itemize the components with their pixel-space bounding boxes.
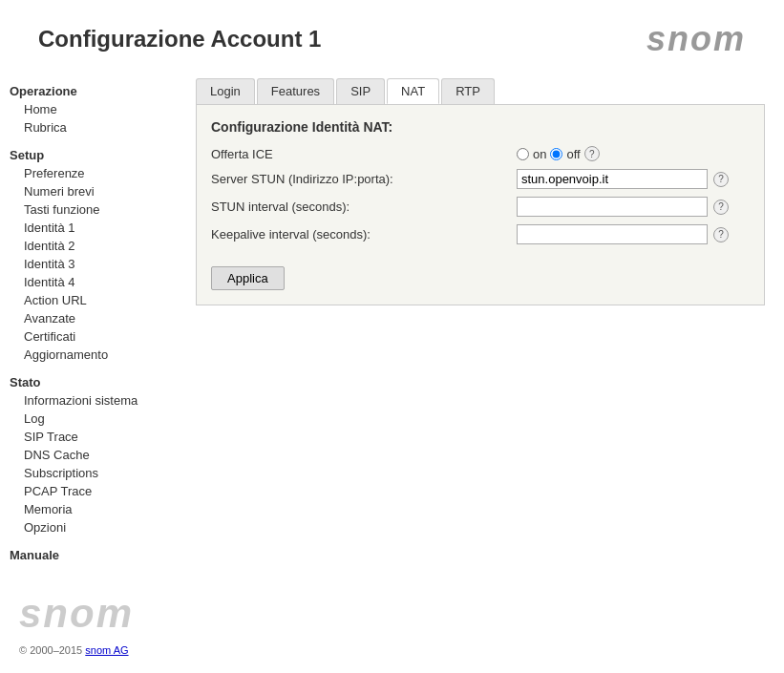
sidebar-item-identita-4[interactable]: Identità 4 <box>10 273 167 291</box>
offerta-ice-label: Offerta ICE <box>211 147 517 161</box>
copyright-text: © 2000–2015 <box>19 644 82 656</box>
sidebar-item-tasti-funzione[interactable]: Tasti funzione <box>10 200 167 219</box>
help-icon-stun-interval[interactable]: ? <box>713 200 729 215</box>
section-setup: Setup <box>10 148 167 162</box>
divider-2 <box>10 364 167 369</box>
sidebar-item-pcap-trace[interactable]: PCAP Trace <box>10 482 167 500</box>
sidebar-item-identita-2[interactable]: Identità 2 <box>10 237 167 255</box>
main-content: Login Features SIP NAT RTP Configurazion… <box>177 69 784 665</box>
sidebar-item-action-url[interactable]: Action URL <box>10 291 167 309</box>
main-layout: Operazione Home Rubrica Setup Preferenze… <box>0 69 784 665</box>
keepalive-interval-row: Keepalive interval (seconds): ? <box>211 224 750 244</box>
snom-logo-sidebar-text: snom <box>19 591 167 637</box>
divider-3 <box>10 536 167 542</box>
radio-ice-on-label: on <box>533 147 546 161</box>
radio-ice-on[interactable] <box>517 148 529 160</box>
section-operazione: Operazione <box>10 84 167 98</box>
section-stato: Stato <box>10 375 167 389</box>
keepalive-interval-control: ? <box>517 224 729 244</box>
sidebar-item-identita-3[interactable]: Identità 3 <box>10 255 167 273</box>
stun-server-input[interactable] <box>517 169 708 189</box>
sidebar-item-numeri-brevi[interactable]: Numeri brevi <box>10 182 167 200</box>
sidebar-item-memoria[interactable]: Memoria <box>10 500 167 518</box>
help-icon-ice[interactable]: ? <box>584 146 600 161</box>
divider-1 <box>10 137 167 142</box>
sidebar-item-certificati[interactable]: Certificati <box>10 327 167 346</box>
stun-interval-control: ? <box>517 197 729 217</box>
tab-nat[interactable]: NAT <box>387 78 439 104</box>
stun-server-row: Server STUN (Indirizzo IP:porta): ? <box>211 169 750 189</box>
sidebar-item-informazioni-sistema[interactable]: Informazioni sistema <box>10 391 167 410</box>
config-panel: Configurazione Identità NAT: Offerta ICE… <box>196 104 765 305</box>
stun-interval-label: STUN interval (seconds): <box>211 200 517 214</box>
stun-interval-row: STUN interval (seconds): ? <box>211 197 750 217</box>
keepalive-interval-label: Keepalive interval (seconds): <box>211 227 517 242</box>
tabs: Login Features SIP NAT RTP <box>196 78 765 104</box>
apply-button[interactable]: Applica <box>211 266 285 290</box>
sidebar-item-aggiornamento[interactable]: Aggiornamento <box>10 346 167 364</box>
radio-ice-off[interactable] <box>550 148 562 160</box>
sidebar-item-sip-trace[interactable]: SIP Trace <box>10 428 167 446</box>
config-panel-title: Configurazione Identità NAT: <box>211 119 750 135</box>
sidebar-item-opzioni[interactable]: Opzioni <box>10 518 167 536</box>
sidebar-item-preferenze[interactable]: Preferenze <box>10 164 167 182</box>
offerta-ice-row: Offerta ICE on off ? <box>211 146 750 161</box>
offerta-ice-controls: on off ? <box>517 146 600 161</box>
keepalive-interval-input[interactable] <box>517 224 708 244</box>
snom-ag-link[interactable]: snom AG <box>85 644 128 656</box>
sidebar-item-rubrica[interactable]: Rubrica <box>10 118 167 137</box>
stun-interval-input[interactable] <box>517 197 708 217</box>
sidebar: Operazione Home Rubrica Setup Preferenze… <box>0 69 177 665</box>
tab-sip[interactable]: SIP <box>336 78 385 104</box>
tab-login[interactable]: Login <box>196 78 255 104</box>
section-manuale: Manuale <box>10 548 167 562</box>
tab-rtp[interactable]: RTP <box>441 78 495 104</box>
sidebar-item-log[interactable]: Log <box>10 410 167 428</box>
page-title: Configurazione Account 1 <box>38 26 321 53</box>
stun-server-label: Server STUN (Indirizzo IP:porta): <box>211 172 517 186</box>
sidebar-item-subscriptions[interactable]: Subscriptions <box>10 464 167 482</box>
help-icon-stun-server[interactable]: ? <box>713 172 729 187</box>
copyright: © 2000–2015 snom AG <box>10 644 167 656</box>
sidebar-item-home[interactable]: Home <box>10 100 167 118</box>
radio-ice-off-label: off <box>566 147 580 161</box>
sidebar-item-dns-cache[interactable]: DNS Cache <box>10 446 167 464</box>
sidebar-item-identita-1[interactable]: Identità 1 <box>10 219 167 237</box>
tab-features[interactable]: Features <box>257 78 334 104</box>
sidebar-item-avanzate[interactable]: Avanzate <box>10 309 167 327</box>
help-icon-keepalive[interactable]: ? <box>713 227 729 242</box>
header: Configurazione Account 1 snom <box>0 0 784 69</box>
stun-server-control: ? <box>517 169 729 189</box>
snom-logo-sidebar: snom <box>10 591 167 637</box>
snom-logo-header: snom <box>646 19 746 59</box>
